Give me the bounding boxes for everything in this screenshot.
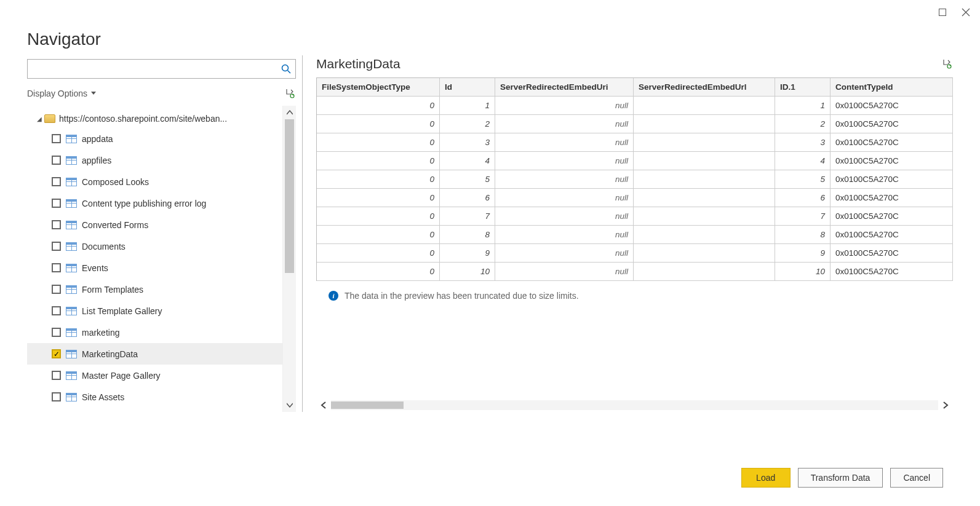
table-row: 010null100x0100C5A270C xyxy=(317,263,953,281)
scroll-left-icon[interactable] xyxy=(316,398,331,412)
scroll-thumb[interactable] xyxy=(285,119,294,273)
table-icon xyxy=(66,178,77,186)
table-icon xyxy=(66,371,77,380)
table-cell: 0 xyxy=(317,115,440,133)
column-header[interactable]: ContentTypeId xyxy=(831,78,953,97)
checkbox[interactable]: ✓ xyxy=(52,349,61,358)
tree-item[interactable]: Events xyxy=(27,257,282,279)
column-header[interactable]: ServerRedirectedEmbedUri xyxy=(495,78,634,97)
table-cell: 1 xyxy=(775,97,831,115)
tree-item[interactable]: ✓MarketingData xyxy=(27,343,282,365)
tree-item[interactable]: Content type publishing error log xyxy=(27,192,282,214)
tree: ◢ https://contoso.sharepoint.com/site/we… xyxy=(27,106,282,412)
scroll-thumb-horizontal[interactable] xyxy=(331,401,404,409)
checkbox[interactable] xyxy=(52,134,61,143)
table-icon xyxy=(66,393,77,401)
tree-item[interactable]: Form Templates xyxy=(27,279,282,300)
table-cell: 0 xyxy=(317,244,440,263)
table-row: 05null50x0100C5A270C xyxy=(317,170,953,189)
table-cell: 4 xyxy=(440,152,495,170)
page-title: Navigator xyxy=(0,22,980,55)
table-icon xyxy=(66,156,77,165)
tree-item[interactable]: appdata xyxy=(27,128,282,149)
checkbox[interactable] xyxy=(52,220,61,229)
tree-item-label: MarketingData xyxy=(82,349,138,359)
svg-point-3 xyxy=(947,65,951,68)
table-cell: 8 xyxy=(775,226,831,244)
table-cell: 0 xyxy=(317,152,440,170)
checkbox[interactable] xyxy=(52,328,61,337)
table-cell: 0x0100C5A270C xyxy=(831,152,953,170)
table-cell: 0 xyxy=(317,97,440,115)
checkbox[interactable] xyxy=(52,285,61,294)
table-cell: 10 xyxy=(440,263,495,281)
table-cell: 6 xyxy=(440,189,495,207)
checkbox[interactable] xyxy=(52,177,61,186)
column-header[interactable]: Id xyxy=(440,78,495,97)
tree-item[interactable]: Master Page Gallery xyxy=(27,365,282,386)
cancel-button[interactable]: Cancel xyxy=(890,468,943,488)
table-cell: 4 xyxy=(775,152,831,170)
table-cell: 8 xyxy=(440,226,495,244)
table-cell: 10 xyxy=(775,263,831,281)
scroll-down-icon[interactable] xyxy=(283,398,296,412)
column-header[interactable]: ServerRedirectedEmbedUrl xyxy=(634,78,775,97)
refresh-preview-icon[interactable] xyxy=(941,58,953,70)
transform-data-button[interactable]: Transform Data xyxy=(798,468,883,488)
tree-item[interactable]: Converted Forms xyxy=(27,214,282,235)
table-row: 04null40x0100C5A270C xyxy=(317,152,953,170)
table-cell xyxy=(634,115,775,133)
table-cell xyxy=(634,133,775,152)
display-options-dropdown[interactable]: Display Options xyxy=(27,89,96,98)
table-cell: 7 xyxy=(440,207,495,226)
load-button[interactable]: Load xyxy=(741,468,791,488)
search-icon[interactable] xyxy=(277,64,295,74)
checkbox[interactable] xyxy=(52,156,61,165)
table-row: 02null20x0100C5A270C xyxy=(317,115,953,133)
tree-item[interactable]: List Template Gallery xyxy=(27,300,282,322)
tree-root[interactable]: ◢ https://contoso.sharepoint.com/site/we… xyxy=(27,109,282,128)
table-icon xyxy=(66,199,77,208)
caret-down-icon: ◢ xyxy=(37,116,42,122)
tree-item[interactable]: marketing xyxy=(27,322,282,343)
checkbox[interactable] xyxy=(52,392,61,401)
checkbox[interactable] xyxy=(52,306,61,315)
table-row: 06null60x0100C5A270C xyxy=(317,189,953,207)
table-icon xyxy=(66,264,77,272)
column-header[interactable]: FileSystemObjectType xyxy=(317,78,440,97)
tree-item[interactable]: appfiles xyxy=(27,149,282,171)
tree-item-label: Site Assets xyxy=(82,392,124,402)
folder-icon xyxy=(44,114,55,123)
search-input[interactable] xyxy=(28,60,277,78)
preview-horizontal-scrollbar[interactable] xyxy=(316,398,953,412)
truncation-text: The data in the preview has been truncat… xyxy=(345,291,579,301)
column-header[interactable]: ID.1 xyxy=(775,78,831,97)
tree-item[interactable]: Composed Looks xyxy=(27,171,282,192)
refresh-tree-icon[interactable] xyxy=(284,87,296,100)
table-cell: null xyxy=(495,133,634,152)
checkbox[interactable] xyxy=(52,242,61,251)
checkbox[interactable] xyxy=(52,371,61,380)
preview-pane: MarketingData FileSystemObjectTypeIdServ… xyxy=(303,55,953,412)
tree-item[interactable]: Site Assets xyxy=(27,386,282,408)
table-cell: 9 xyxy=(440,244,495,263)
navigator-tree-pane: Display Options ◢ https://contoso.sharep… xyxy=(27,55,303,412)
tree-item-label: marketing xyxy=(82,328,119,338)
tree-item[interactable]: Documents xyxy=(27,235,282,257)
table-icon xyxy=(66,221,77,229)
tree-vertical-scrollbar[interactable] xyxy=(282,106,296,412)
table-row: 09null90x0100C5A270C xyxy=(317,244,953,263)
table-cell: null xyxy=(495,226,634,244)
checkbox[interactable] xyxy=(52,263,61,272)
maximize-icon[interactable] xyxy=(938,8,947,17)
scroll-up-icon[interactable] xyxy=(283,106,296,119)
table-cell xyxy=(634,189,775,207)
table-cell: null xyxy=(495,244,634,263)
close-icon[interactable] xyxy=(962,8,970,17)
scroll-right-icon[interactable] xyxy=(938,398,953,412)
table-row: 07null70x0100C5A270C xyxy=(317,207,953,226)
checkbox[interactable] xyxy=(52,199,61,208)
table-cell: 0x0100C5A270C xyxy=(831,97,953,115)
table-cell: 0 xyxy=(317,263,440,281)
table-cell: 0x0100C5A270C xyxy=(831,263,953,281)
